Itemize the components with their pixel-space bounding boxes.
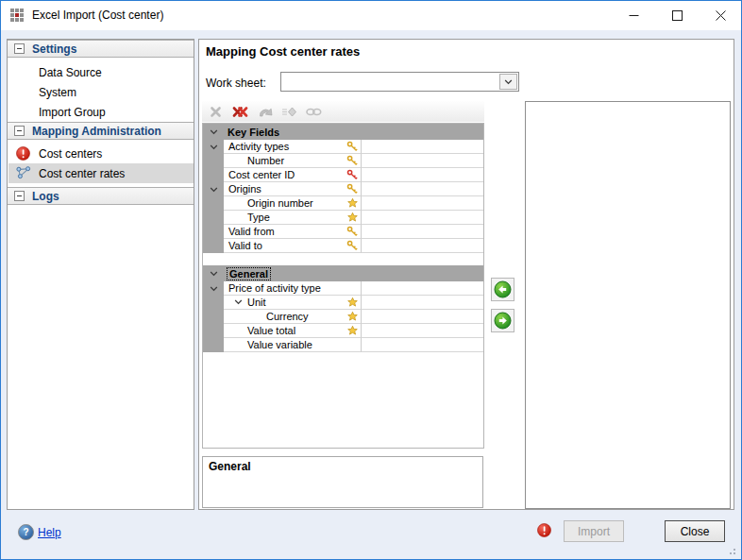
tree-row-activity-types[interactable]: Activity types <box>203 140 483 154</box>
minimize-button[interactable] <box>612 1 655 30</box>
mapping-value-cell[interactable] <box>362 211 483 225</box>
tree-row-valid-from[interactable]: Valid from <box>203 225 483 239</box>
main-panel: Mapping Cost center rates Work sheet: <box>198 39 734 510</box>
import-button[interactable]: Import <box>564 520 624 542</box>
section-label: Settings <box>32 42 76 56</box>
tree-row-number[interactable]: Number <box>203 154 483 168</box>
tree-row-value-total[interactable]: Value total <box>203 324 483 338</box>
tree-section-key-fields[interactable]: Key Fields <box>203 124 483 140</box>
tree-row-origin-number[interactable]: Origin number <box>203 196 483 211</box>
row-expander[interactable] <box>203 182 224 196</box>
tree-row-cost-center-id[interactable]: Cost center ID <box>203 168 483 182</box>
sidebar-item-cost-center-rates[interactable]: Cost center rates <box>8 163 194 183</box>
help-link[interactable]: Help <box>38 526 61 539</box>
mapping-value-cell[interactable] <box>362 154 483 168</box>
window-title: Excel Import (Cost center) <box>32 8 163 22</box>
mapping-value-cell[interactable] <box>362 140 483 154</box>
worksheet-combobox[interactable] <box>280 72 519 92</box>
combobox-dropdown-button[interactable] <box>499 74 517 90</box>
tree-row-currency[interactable]: Currency <box>203 310 483 324</box>
sidebar-item-data-source[interactable]: Data Source <box>8 62 194 82</box>
row-expander[interactable] <box>234 299 243 305</box>
chevron-down-icon <box>210 271 218 277</box>
tree-row-type[interactable]: Type <box>203 211 483 225</box>
import-error-icon <box>537 523 551 541</box>
minimize-icon <box>629 10 639 21</box>
worksheet-columns-panel[interactable] <box>525 101 731 509</box>
title-bar: Excel Import (Cost center) <box>1 1 741 30</box>
sidebar-section-settings[interactable]: Settings <box>8 40 194 58</box>
mapping-value-cell[interactable] <box>362 338 483 352</box>
close-button[interactable]: Close <box>665 520 725 542</box>
tree-row-unit[interactable]: Unit <box>203 296 483 310</box>
key-icon <box>346 240 358 251</box>
chevron-down-icon <box>210 129 218 135</box>
collapse-icon[interactable] <box>14 191 25 201</box>
close-icon <box>716 10 726 21</box>
close-window-button[interactable] <box>699 1 742 30</box>
mapping-value-cell[interactable] <box>362 225 483 239</box>
mapping-value-cell[interactable] <box>362 281 483 296</box>
undo-button[interactable] <box>255 103 275 120</box>
chevron-down-icon <box>210 187 218 193</box>
collapse-icon[interactable] <box>14 43 25 54</box>
delete-mapping-button[interactable] <box>206 103 226 120</box>
help-icon: ? <box>18 524 34 544</box>
info-box-title: General <box>209 460 251 473</box>
row-expander[interactable] <box>203 140 224 154</box>
mapping-value-cell[interactable] <box>362 196 483 211</box>
key-icon <box>346 226 358 237</box>
star-icon <box>347 312 358 322</box>
auto-assign-icon <box>281 106 297 118</box>
collapse-icon[interactable] <box>14 126 25 136</box>
mapping-tree: Key Fields Activity types Number Cost ce… <box>202 123 484 449</box>
mapping-value-cell[interactable] <box>362 168 483 182</box>
sidebar: Settings Data Source System Import Group… <box>7 39 194 510</box>
link-icon <box>306 107 322 117</box>
key-icon <box>346 155 358 166</box>
section-label: Mapping Administration <box>32 125 161 138</box>
maximize-button[interactable] <box>655 1 699 30</box>
tree-row-valid-to[interactable]: Valid to <box>203 239 483 253</box>
delete-all-icon <box>232 106 248 118</box>
sidebar-item-import-group[interactable]: Import Group <box>8 102 194 122</box>
undo-icon <box>258 106 273 118</box>
chevron-down-icon <box>210 286 218 292</box>
field-info-box: General <box>202 456 483 508</box>
move-left-button[interactable] <box>491 278 514 301</box>
maximize-icon <box>672 10 683 21</box>
mapping-value-cell[interactable] <box>362 310 483 324</box>
mapping-value-cell[interactable] <box>362 182 483 196</box>
delete-all-mappings-button[interactable] <box>230 103 250 120</box>
sidebar-section-logs[interactable]: Logs <box>8 187 194 205</box>
sidebar-item-system[interactable]: System <box>8 82 194 102</box>
tree-row-price-of-activity-type[interactable]: Price of activity type <box>203 281 483 296</box>
tree-row-value-variable[interactable]: Value variable <box>203 338 483 352</box>
mapping-value-cell[interactable] <box>362 324 483 338</box>
chevron-down-icon <box>504 79 513 85</box>
mapping-icon <box>16 166 31 182</box>
star-icon <box>347 198 358 209</box>
arrow-right-icon <box>494 312 512 330</box>
error-icon <box>16 146 30 163</box>
sidebar-section-mapping-administration[interactable]: Mapping Administration <box>8 122 194 140</box>
section-expander[interactable] <box>203 265 224 281</box>
tree-row-origins[interactable]: Origins <box>203 182 483 196</box>
mapping-toolbar <box>202 101 484 122</box>
row-expander[interactable] <box>203 281 224 296</box>
section-label: Logs <box>32 190 59 203</box>
move-right-button[interactable] <box>491 309 514 332</box>
chevron-down-icon <box>234 299 243 305</box>
star-icon <box>347 212 358 223</box>
mapping-value-cell[interactable] <box>362 239 483 253</box>
delete-icon <box>210 106 222 118</box>
resize-grip[interactable] <box>726 545 735 554</box>
dialog-window: Excel Import (Cost center) Settings Data… <box>0 0 742 560</box>
sidebar-item-cost-centers[interactable]: Cost centers <box>8 144 194 163</box>
auto-assign-button[interactable] <box>279 103 299 120</box>
key-icon <box>346 183 358 195</box>
section-expander[interactable] <box>203 124 224 140</box>
tree-section-general[interactable]: General <box>203 265 483 281</box>
mapping-value-cell[interactable] <box>362 296 483 310</box>
link-button[interactable] <box>304 103 324 120</box>
